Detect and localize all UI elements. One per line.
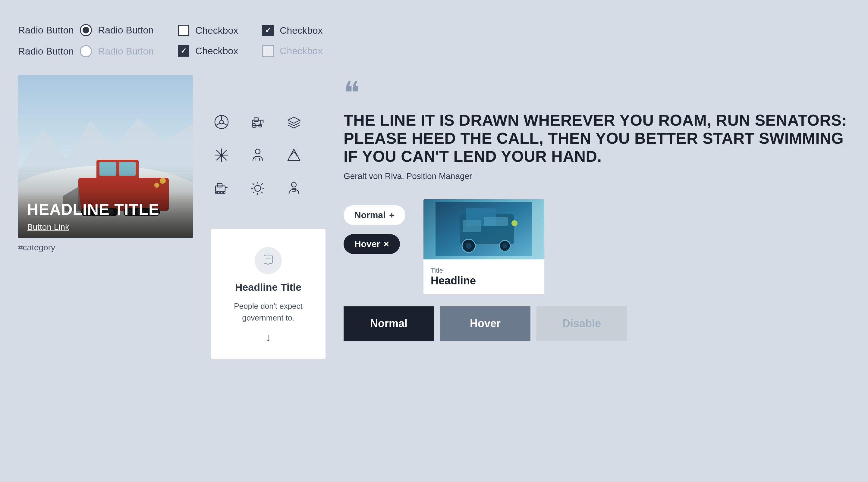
svg-rect-25 <box>252 120 261 126</box>
svg-point-66 <box>502 244 507 248</box>
tag-row-2: Hover × <box>344 234 405 254</box>
checkbox-box-4 <box>262 45 274 57</box>
quote-author: Geralt von Riva, Position Manager <box>344 171 850 181</box>
tag-normal[interactable]: Normal + <box>344 205 405 225</box>
svg-line-53 <box>261 192 262 193</box>
svg-point-47 <box>255 185 261 191</box>
tags-section: Normal + Hover × <box>344 199 405 254</box>
radio-button-1[interactable] <box>80 24 92 36</box>
svg-rect-26 <box>254 118 258 121</box>
checkbox-label-4: Checkbox <box>280 45 322 57</box>
icon-snowflake <box>211 144 232 166</box>
tag-hover-label: Hover <box>354 239 380 249</box>
checkbox-item-4: Checkbox <box>262 45 322 57</box>
checkbox-label-3: Checkbox <box>280 25 322 36</box>
checkbox-item-1[interactable]: Checkbox <box>178 25 238 36</box>
button-normal[interactable]: Normal <box>344 307 434 341</box>
image-headline: HEADLINE TITLE <box>27 201 184 218</box>
svg-line-54 <box>261 184 262 185</box>
radio-group-1: Radio Button Radio Button Radio Button R… <box>18 24 154 57</box>
checkbox-label-1: Checkbox <box>195 25 238 36</box>
radio-label-2: Radio Button <box>18 46 74 57</box>
card-arrow-icon[interactable]: ↓ <box>266 331 271 344</box>
image-card-inner: HEADLINE TITLE Button Link <box>18 75 193 238</box>
image-overlay: HEADLINE TITLE Button Link <box>18 192 193 238</box>
checkbox-group-1: Checkbox Checkbox <box>178 25 238 57</box>
svg-rect-67 <box>463 220 481 232</box>
card-description: People don't expect government to. <box>223 300 313 324</box>
svg-point-44 <box>219 192 221 193</box>
svg-marker-39 <box>288 149 300 161</box>
svg-line-24 <box>223 123 227 126</box>
tag-normal-icon: + <box>389 210 395 220</box>
icon-person-work <box>247 144 268 166</box>
icon-steering <box>211 111 232 133</box>
card-category: #category <box>18 243 193 252</box>
svg-line-55 <box>253 192 254 193</box>
icon-machine2 <box>211 178 232 199</box>
checkbox-item-3[interactable]: Checkbox <box>262 25 322 36</box>
icons-grid <box>211 111 326 199</box>
svg-point-56 <box>291 182 296 187</box>
svg-line-23 <box>216 123 220 126</box>
svg-point-64 <box>466 243 472 249</box>
svg-rect-68 <box>484 217 508 226</box>
checkbox-box-2[interactable] <box>178 45 189 57</box>
tag-hover-icon: × <box>384 239 389 249</box>
middle-section: Headline Title People don't expect gover… <box>211 75 326 359</box>
top-row: Radio Button Radio Button Radio Button R… <box>18 18 850 63</box>
svg-rect-41 <box>217 184 222 187</box>
image-card: HEADLINE TITLE Button Link #category <box>18 75 193 252</box>
svg-point-21 <box>220 120 223 124</box>
radio-label-1: Radio Button <box>18 25 74 36</box>
quote-text: THE LINE IT IS DRAWN WHEREVER YOU ROAM, … <box>344 111 850 165</box>
svg-point-69 <box>512 220 518 226</box>
small-card-label: Title <box>431 267 537 275</box>
radio-button-2[interactable] <box>80 45 92 57</box>
image-button-link[interactable]: Button Link <box>27 222 184 232</box>
svg-point-35 <box>220 154 223 156</box>
card-component: Headline Title People don't expect gover… <box>211 229 326 359</box>
card-icon-circle <box>255 247 282 274</box>
tag-normal-label: Normal <box>354 210 385 220</box>
radio-text-2: Radio Button <box>98 46 154 57</box>
small-card-content: Title Headline <box>424 259 544 294</box>
tags-and-card-row: Normal + Hover × <box>344 199 850 294</box>
icon-person-badge <box>283 178 304 199</box>
button-hover[interactable]: Hover <box>440 307 530 341</box>
svg-point-36 <box>255 149 260 154</box>
content-row: HEADLINE TITLE Button Link #category <box>18 75 850 464</box>
checkbox-label-2: Checkbox <box>195 45 238 57</box>
buttons-row: Normal Hover Disable <box>344 307 850 341</box>
quote-marks: ❝ <box>344 81 850 105</box>
checkbox-item-2[interactable]: Checkbox <box>178 45 238 57</box>
checkbox-group-2: Checkbox Checkbox <box>262 25 322 57</box>
icon-tractor <box>247 111 268 133</box>
button-disabled: Disable <box>536 307 627 341</box>
svg-point-43 <box>216 192 218 193</box>
radio-item-2[interactable]: Radio Button Radio Button <box>18 45 154 57</box>
tag-hover[interactable]: Hover × <box>344 234 400 254</box>
icon-layers <box>283 111 304 133</box>
checkbox-box-1[interactable] <box>178 25 189 36</box>
small-card-image <box>424 199 544 259</box>
radio-item-1[interactable]: Radio Button Radio Button <box>18 24 154 36</box>
quote-section: ❝ THE LINE IT IS DRAWN WHEREVER YOU ROAM… <box>344 75 850 187</box>
checkbox-box-3[interactable] <box>262 25 274 36</box>
icon-mountain <box>283 144 304 166</box>
svg-line-52 <box>253 184 254 185</box>
icon-sun <box>247 178 268 199</box>
tag-row-1: Normal + <box>344 205 405 225</box>
card-title: Headline Title <box>235 281 301 293</box>
image-card-small: Title Headline <box>424 199 544 294</box>
small-card-headline: Headline <box>431 275 537 287</box>
svg-point-45 <box>222 192 224 193</box>
right-section: ❝ THE LINE IT IS DRAWN WHEREVER YOU ROAM… <box>344 75 850 341</box>
radio-text-1: Radio Button <box>98 25 154 36</box>
icons-section <box>211 75 326 199</box>
main-container: Radio Button Radio Button Radio Button R… <box>0 0 868 482</box>
